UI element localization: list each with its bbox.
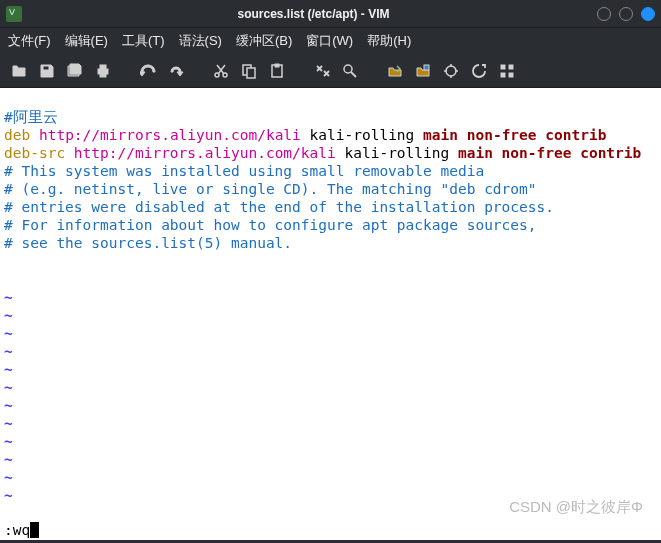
comment-line: # For information about how to configure… [4, 217, 537, 233]
svg-rect-1 [98, 69, 108, 74]
command-line[interactable]: :wq [0, 518, 661, 540]
comment-line: # This system was installed using small … [4, 163, 484, 179]
window-controls [597, 7, 655, 21]
undo-icon[interactable] [137, 60, 159, 82]
menu-edit[interactable]: 编辑(E) [65, 32, 108, 50]
svg-rect-0 [43, 66, 49, 70]
save-icon[interactable] [36, 60, 58, 82]
svg-rect-16 [509, 73, 513, 77]
menu-window[interactable]: 窗口(W) [306, 32, 353, 50]
svg-rect-14 [509, 65, 513, 69]
cursor [30, 522, 39, 538]
svg-rect-7 [247, 68, 255, 78]
svg-point-10 [344, 65, 352, 73]
deb-components: main non-free contrib [423, 127, 606, 143]
tilde-line: ~ [4, 469, 13, 485]
find-next-icon[interactable] [339, 60, 361, 82]
menu-buffers[interactable]: 缓冲区(B) [236, 32, 292, 50]
tilde-line: ~ [4, 433, 13, 449]
tilde-line: ~ [4, 343, 13, 359]
session-save-icon[interactable] [412, 60, 434, 82]
deb-keyword: deb [4, 127, 30, 143]
session-load-icon[interactable] [384, 60, 406, 82]
tilde-line: ~ [4, 325, 13, 341]
tilde-line: ~ [4, 487, 13, 503]
open-icon[interactable] [8, 60, 30, 82]
paste-icon[interactable] [266, 60, 288, 82]
menu-syntax[interactable]: 语法(S) [179, 32, 222, 50]
make-icon[interactable] [468, 60, 490, 82]
svg-rect-2 [100, 65, 106, 69]
menubar: 文件(F) 编辑(E) 工具(T) 语法(S) 缓冲区(B) 窗口(W) 帮助(… [0, 28, 661, 54]
command-text: :wq [4, 522, 30, 538]
deb-url: http://mirrors.aliyun.com/kali [39, 127, 301, 143]
cut-icon[interactable] [210, 60, 232, 82]
menu-file[interactable]: 文件(F) [8, 32, 51, 50]
svg-rect-15 [501, 73, 505, 77]
save-all-icon[interactable] [64, 60, 86, 82]
debsrc-dist: kali-rolling [336, 145, 458, 161]
debsrc-keyword: deb-src [4, 145, 65, 161]
svg-rect-9 [275, 64, 279, 67]
svg-point-12 [446, 66, 456, 76]
svg-rect-3 [100, 74, 106, 77]
toolbar [0, 54, 661, 88]
maximize-button[interactable] [619, 7, 633, 21]
titlebar: sources.list (/etc/apt) - VIM [0, 0, 661, 28]
tilde-line: ~ [4, 379, 13, 395]
close-button[interactable] [641, 7, 655, 21]
tilde-line: ~ [4, 397, 13, 413]
window-title: sources.list (/etc/apt) - VIM [30, 7, 597, 21]
tilde-line: ~ [4, 289, 13, 305]
debsrc-url: http://mirrors.aliyun.com/kali [74, 145, 336, 161]
comment-line: # entries were disabled at the end of th… [4, 199, 554, 215]
run-script-icon[interactable] [440, 60, 462, 82]
redo-icon[interactable] [165, 60, 187, 82]
comment-line: # see the sources.list(5) manual. [4, 235, 292, 251]
svg-rect-11 [424, 65, 429, 70]
watermark: CSDN @时之彼岸Φ [509, 498, 643, 516]
tags-icon[interactable] [496, 60, 518, 82]
tilde-line: ~ [4, 415, 13, 431]
tilde-line: ~ [4, 361, 13, 377]
print-icon[interactable] [92, 60, 114, 82]
vim-app-icon [6, 6, 22, 22]
tilde-line: ~ [4, 307, 13, 323]
comment-line: #阿里云 [4, 109, 58, 125]
deb-dist: kali-rolling [301, 127, 423, 143]
comment-line: # (e.g. netinst, live or single CD). The… [4, 181, 537, 197]
editor-area[interactable]: #阿里云 deb http://mirrors.aliyun.com/kali … [0, 88, 661, 518]
find-replace-icon[interactable] [311, 60, 333, 82]
menu-help[interactable]: 帮助(H) [367, 32, 411, 50]
menu-tools[interactable]: 工具(T) [122, 32, 165, 50]
debsrc-components: main non-free contrib [458, 145, 641, 161]
copy-icon[interactable] [238, 60, 260, 82]
svg-rect-13 [501, 65, 505, 69]
minimize-button[interactable] [597, 7, 611, 21]
tilde-line: ~ [4, 451, 13, 467]
